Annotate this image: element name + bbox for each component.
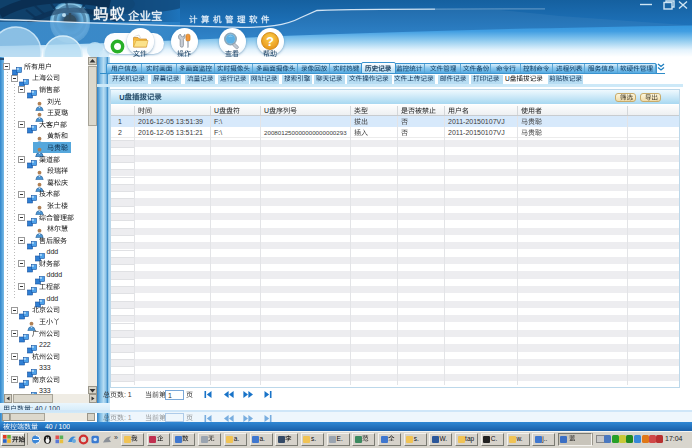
svg-text:?: ?: [266, 33, 274, 48]
svg-text:U: U: [505, 75, 510, 82]
svg-text:: 1: : 1: [124, 414, 132, 421]
svg-text:40 / 100: 40 / 100: [45, 423, 70, 430]
svg-text:U: U: [119, 93, 124, 101]
svg-text:U: U: [214, 107, 219, 114]
svg-text:: 1: : 1: [124, 391, 132, 398]
svg-text:U: U: [264, 107, 269, 114]
